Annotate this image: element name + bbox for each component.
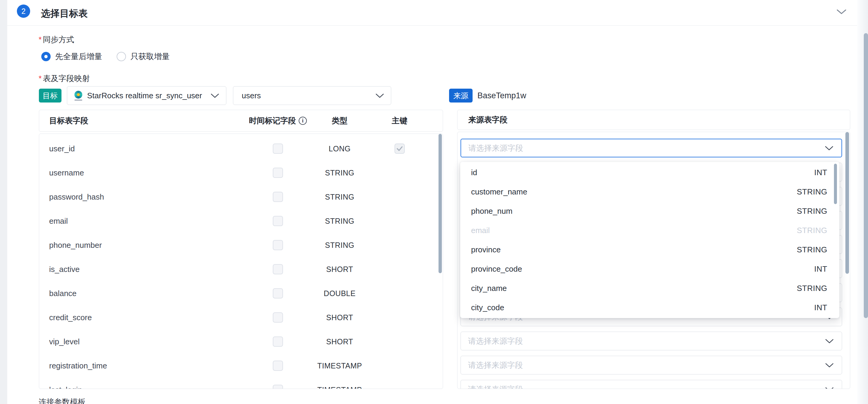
column-header-type: 类型 — [332, 116, 348, 126]
table-row: username STRING — [39, 161, 443, 185]
source-tag: 来源 — [449, 89, 472, 102]
source-fields-header: 来源表字段 — [457, 110, 850, 130]
chevron-down-icon — [825, 145, 834, 151]
table-row: is_active SHORT — [39, 257, 443, 281]
table-row: last_login TIMESTAMP — [39, 378, 443, 389]
time-marker-checkbox[interactable] — [273, 385, 283, 389]
table-row: credit_score SHORT — [39, 305, 443, 330]
table-row: phone_number STRING — [39, 233, 443, 257]
dropdown-option[interactable]: phone_numSTRING — [460, 201, 839, 221]
info-icon[interactable]: i — [299, 117, 307, 125]
field-mapping-label: *表及字段映射 — [38, 73, 90, 84]
time-marker-checkbox[interactable] — [273, 240, 283, 250]
dropdown-option[interactable]: city_nameSTRING — [460, 279, 839, 298]
required-marker: * — [38, 35, 41, 44]
starrocks-icon — [74, 90, 83, 101]
time-marker-checkbox[interactable] — [273, 361, 283, 371]
time-marker-checkbox[interactable] — [273, 167, 283, 178]
primary-key-checkbox — [395, 144, 405, 154]
source-field-dropdown: idINT customer_nameSTRING phone_numSTRIN… — [460, 162, 839, 318]
table-row: password_hash STRING — [39, 185, 443, 209]
column-header-field: 目标表字段 — [39, 116, 238, 126]
dropdown-option-disabled: emailSTRING — [460, 221, 839, 240]
collapse-section-button[interactable] — [835, 8, 847, 17]
target-table-header: 目标表字段 时间标记字段 i 类型 主键 — [39, 110, 443, 132]
select-target-table-card: 2 选择目标表 *同步方式 先全量后增量 只获取增量 *表及字段映射 — [7, 0, 857, 404]
sync-task-config-page: 2 选择目标表 *同步方式 先全量后增量 只获取增量 *表及字段映射 — [0, 0, 868, 404]
table-row: registration_time TIMESTAMP — [39, 354, 443, 378]
chevron-down-icon — [825, 338, 834, 344]
sync-method-label: *同步方式 — [38, 34, 74, 45]
sync-method-radio-group: 先全量后增量 只获取增量 — [41, 51, 170, 62]
column-header-time-marker: 时间标记字段 i — [249, 116, 307, 126]
time-marker-checkbox[interactable] — [273, 264, 283, 274]
page-title: 选择目标表 — [41, 7, 88, 20]
target-table-scrollbar[interactable] — [438, 134, 442, 273]
target-tag: 目标 — [39, 89, 61, 102]
source-field-select[interactable]: 请选择来源字段 — [461, 139, 842, 157]
source-table-name: BaseTemp1w — [477, 91, 526, 100]
target-table-body: user_id LONG username STRING password_ha… — [39, 133, 443, 389]
page-scrollbar-thumb[interactable] — [864, 33, 868, 318]
time-marker-checkbox[interactable] — [273, 337, 283, 347]
target-table-select[interactable]: users — [233, 86, 391, 105]
chevron-down-icon — [825, 386, 834, 389]
chevron-down-icon — [825, 363, 834, 368]
time-marker-checkbox[interactable] — [273, 192, 283, 202]
time-marker-checkbox[interactable] — [273, 216, 283, 226]
chevron-down-icon — [836, 8, 847, 16]
radio-selected-icon — [41, 52, 51, 61]
required-marker: * — [38, 74, 41, 83]
radio-full-then-incremental[interactable]: 先全量后增量 — [41, 51, 102, 62]
section-header: 2 选择目标表 — [7, 0, 857, 26]
dropdown-option[interactable]: province_codeINT — [460, 259, 839, 279]
table-row: email STRING — [39, 209, 443, 233]
table-row: vip_level SHORT — [39, 330, 443, 354]
source-field-select[interactable]: 请选择来源字段 — [461, 332, 842, 350]
time-marker-checkbox[interactable] — [273, 144, 283, 154]
table-row: user_id LONG — [39, 136, 443, 161]
dropdown-option[interactable]: customer_nameSTRING — [460, 182, 839, 201]
page-scrollbar-track — [857, 0, 868, 404]
dropdown-option[interactable]: idINT — [460, 163, 839, 182]
source-field-select[interactable]: 请选择来源字段 — [461, 380, 842, 389]
time-marker-checkbox[interactable] — [273, 312, 283, 322]
chevron-down-icon — [375, 93, 384, 98]
chevron-down-icon — [210, 93, 219, 98]
step-number-badge: 2 — [17, 4, 30, 18]
target-datasource-select[interactable]: StarRocks realtime sr_sync_user — [67, 86, 226, 105]
source-field-select[interactable]: 请选择来源字段 — [461, 356, 842, 374]
table-row: balance DOUBLE — [39, 281, 443, 305]
source-panel-scrollbar[interactable] — [845, 132, 849, 274]
column-header-primary-key: 主键 — [392, 116, 408, 126]
dropdown-option[interactable]: provinceSTRING — [460, 240, 839, 259]
dropdown-option[interactable]: city_codeINT — [460, 298, 839, 317]
radio-unselected-icon — [117, 52, 126, 61]
dropdown-scrollbar[interactable] — [834, 164, 837, 204]
radio-incremental-only[interactable]: 只获取增量 — [117, 51, 170, 62]
connection-params-label: 连接参数模板 — [38, 397, 86, 404]
time-marker-checkbox[interactable] — [273, 288, 283, 299]
